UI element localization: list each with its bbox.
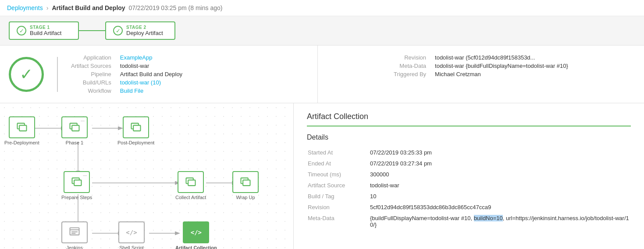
stage-2-name: Deploy Artifact (126, 30, 163, 36)
main-content: Pre-Deployment — Phase 1 Post-Deployment (0, 103, 644, 249)
info-right-table: Revision todolist-war (5cf012d94dc89f158… (331, 54, 631, 77)
breadcrumb-link[interactable]: Deployments (7, 4, 43, 11)
stage-2-check: ✓ (113, 26, 123, 35)
node-collect-artifact[interactable]: Collect Artifact (175, 171, 206, 200)
right-panel: Artifact Collection Details Started At 0… (294, 103, 644, 249)
node-artifact-collection[interactable]: </> Artifact Collection (175, 221, 217, 249)
detail-label-build-tag: Build / Tag (308, 191, 369, 201)
stage-1-check: ✓ (17, 26, 26, 35)
label-revision: Revision (331, 54, 426, 61)
pipeline-area: Pre-Deployment — Phase 1 Post-Deployment (0, 103, 294, 249)
detail-value-build-tag: 10 (370, 191, 630, 201)
node-label-prepare: Prepare Steps (61, 195, 92, 200)
info-left: ✓ Application ExampleApp Artifact Source… (0, 46, 318, 103)
svg-rect-9 (19, 125, 26, 131)
label-workflow: Workflow (71, 88, 111, 94)
value-artifact-sources: todolist-war (120, 63, 182, 69)
node-label-phase1: Phase 1 (66, 140, 83, 145)
node-box-jenkins[interactable] (61, 221, 88, 243)
stage-1-name: Build Artifact (30, 30, 61, 36)
svg-rect-17 (188, 180, 195, 186)
info-right: Revision todolist-war (5cf012d94dc89f158… (318, 46, 644, 103)
node-box-collect[interactable] (178, 171, 204, 193)
stage-connector (79, 30, 105, 31)
detail-value-revision: 5cf012d94dc89f158353ddc86b3dc865cc47cca9 (370, 202, 630, 212)
node-shell-script[interactable]: </> Shell Script (118, 221, 145, 249)
node-label-wrapup: Wrap Up (236, 195, 255, 200)
detail-label-artifact-source: Artifact Source (308, 180, 369, 190)
stage-1-number: STAGE 1 (30, 25, 61, 30)
node-label-collect: Collect Artifact (175, 195, 206, 200)
detail-row-meta: Meta-Data {buildFullDisplayName=todolist… (308, 213, 630, 230)
detail-row-artifact-source: Artifact Source todolist-war (308, 180, 630, 190)
stage-2-box[interactable]: ✓ STAGE 2 Deploy Artifact (105, 21, 175, 40)
label-metadata: Meta-Data (331, 63, 426, 69)
value-revision: todolist-war (5cf012d94dc89f158353d... (435, 54, 631, 61)
detail-row-revision: Revision 5cf012d94dc89f158353ddc86b3dc86… (308, 202, 630, 212)
label-artifact-sources: Artifact Sources (71, 63, 111, 69)
node-box-phase1[interactable]: — (61, 116, 88, 138)
node-label-jenkins: Jenkins (66, 245, 82, 249)
detail-row-build-tag: Build / Tag 10 (308, 191, 630, 201)
success-icon: ✓ (9, 57, 44, 92)
details-title: Details (307, 133, 631, 141)
svg-rect-11 (72, 125, 79, 131)
info-table: Application ExampleApp Artifact Sources … (71, 54, 182, 94)
node-box-prepare[interactable]: — (64, 171, 90, 193)
header: Deployments › Artifact Build and Deploy … (0, 0, 644, 16)
node-label-post: Post-Deployment (117, 140, 154, 145)
detail-value-started: 07/22/2019 03:25:33 pm (370, 147, 630, 158)
node-box-wrapup[interactable] (232, 171, 259, 193)
node-label-artifact: Artifact Collection (175, 245, 217, 249)
detail-value-timeout: 300000 (370, 169, 630, 179)
value-application[interactable]: ExampleApp (120, 54, 182, 61)
value-triggered-by: Michael Cretzman (435, 71, 631, 77)
node-wrap-up[interactable]: Wrap Up (232, 171, 259, 200)
node-box-shell[interactable]: </> (118, 221, 145, 243)
node-jenkins[interactable]: Jenkins (61, 221, 88, 249)
node-box-post[interactable] (123, 116, 149, 138)
details-table: Started At 07/22/2019 03:25:33 pm Ended … (307, 147, 631, 231)
panel-title: Artifact Collection (307, 112, 631, 126)
label-pipeline: Pipeline (71, 71, 111, 77)
value-pipeline: Artifact Build and Deploy (120, 71, 182, 77)
label-triggered-by: Triggered By (331, 71, 426, 77)
svg-rect-19 (243, 180, 250, 186)
label-build-urls: Build/URLs (71, 79, 111, 86)
detail-value-artifact-source: todolist-war (370, 180, 630, 190)
node-box-pre[interactable] (9, 116, 35, 138)
page-title: Artifact Build and Deploy 07/22/2019 03:… (52, 4, 222, 11)
highlight-build-no: buildNo=10 (474, 215, 503, 221)
detail-label-meta: Meta-Data (308, 213, 369, 230)
node-label-shell: Shell Script (119, 245, 144, 249)
value-workflow[interactable]: Build File (120, 88, 182, 94)
node-post-deployment[interactable]: Post-Deployment (117, 116, 154, 145)
detail-label-timeout: Timeout (ms) (308, 169, 369, 179)
value-metadata: todolist-war {buildFullDisplayName=todol… (435, 63, 631, 69)
detail-row-started: Started At 07/22/2019 03:25:33 pm (308, 147, 630, 158)
node-prepare-steps[interactable]: — Prepare Steps (61, 171, 92, 200)
node-label-pre: Pre-Deployment (4, 140, 39, 145)
stage-2-number: STAGE 2 (126, 25, 163, 30)
stage-1-box[interactable]: ✓ STAGE 1 Build Artifact (9, 21, 79, 40)
value-build-urls[interactable]: todolist-war (10) (120, 79, 182, 86)
detail-value-meta: {buildFullDisplayName=todolist-war #10, … (370, 213, 630, 230)
label-application: Application (71, 54, 111, 61)
node-box-artifact[interactable]: </> (183, 221, 209, 243)
node-phase1[interactable]: — Phase 1 (61, 116, 88, 145)
info-divider (57, 57, 58, 92)
breadcrumb-chevron: › (46, 4, 49, 11)
detail-value-ended: 07/22/2019 03:27:34 pm (370, 158, 630, 168)
detail-label-revision: Revision (308, 202, 369, 212)
node-pre-deployment[interactable]: Pre-Deployment (4, 116, 39, 145)
stages-bar: ✓ STAGE 1 Build Artifact ✓ STAGE 2 Deplo… (0, 16, 644, 46)
detail-label-ended: Ended At (308, 158, 369, 168)
detail-row-timeout: Timeout (ms) 300000 (308, 169, 630, 179)
detail-label-started: Started At (308, 147, 369, 158)
svg-rect-15 (74, 180, 81, 186)
info-section: ✓ Application ExampleApp Artifact Source… (0, 46, 644, 103)
svg-rect-13 (133, 125, 140, 131)
detail-row-ended: Ended At 07/22/2019 03:27:34 pm (308, 158, 630, 168)
